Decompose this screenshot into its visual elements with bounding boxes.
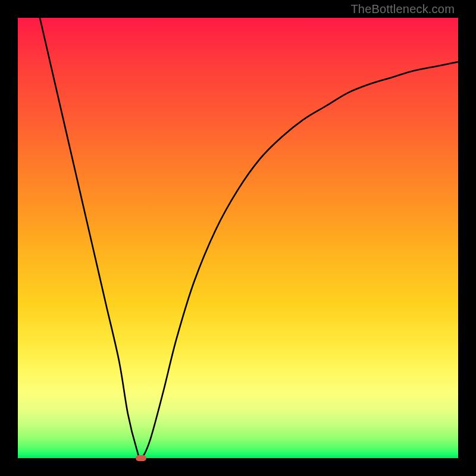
chart-container: TheBottleneck.com: [0, 0, 476, 476]
watermark-text: TheBottleneck.com: [350, 2, 455, 16]
bottleneck-curve: [18, 18, 458, 458]
plot-area: [18, 18, 458, 458]
minimum-point-marker: [136, 455, 146, 461]
